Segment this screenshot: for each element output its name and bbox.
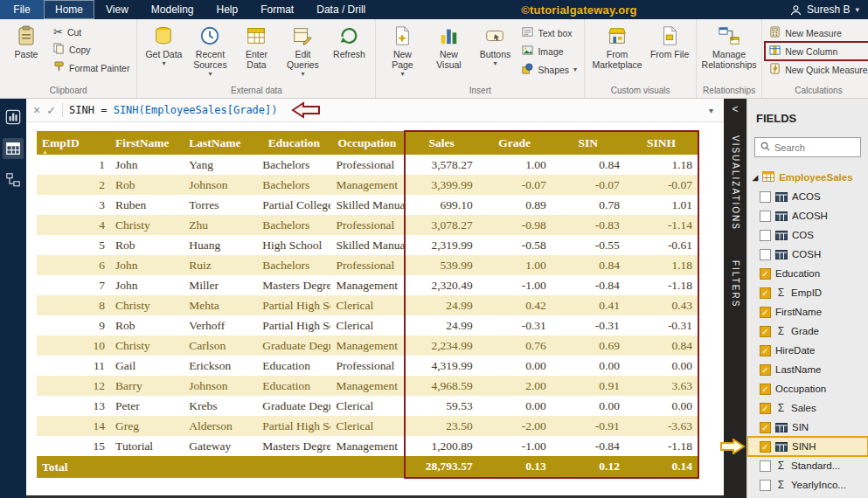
field-item-sales[interactable]: ✓ΣSales (747, 398, 868, 418)
field-item-acosh[interactable]: ACOSH (747, 206, 868, 225)
collapse-table-icon[interactable]: ◢ (753, 174, 758, 182)
field-item-acos[interactable]: ACOS (747, 187, 868, 206)
field-checkbox[interactable]: ✓ (760, 364, 771, 376)
new-quick-measure-button[interactable]: New Quick Measure (767, 62, 868, 77)
column-header-sales[interactable]: Sales (405, 131, 478, 155)
field-checkbox[interactable]: ✓ (760, 384, 771, 395)
expand-formula-bar-icon[interactable]: ▾ (709, 106, 717, 115)
shapes-button[interactable]: Shapes ▾ (519, 62, 580, 77)
field-checkbox[interactable]: ✓ (760, 403, 771, 414)
table-row[interactable]: 10ChristyCarlsonGraduate DegreeManagemen… (37, 335, 698, 356)
refresh-button[interactable]: Refresh (327, 22, 371, 60)
column-header-empid[interactable]: EmpID▲ (37, 131, 110, 155)
new-column-button[interactable]: New Column (767, 44, 868, 59)
field-item-cosh[interactable]: COSH (747, 245, 868, 264)
field-item-sin[interactable]: ✓SIN (747, 418, 868, 437)
field-checkbox[interactable]: ✓ (760, 441, 771, 453)
menu-tab-format[interactable]: Format (249, 0, 305, 19)
field-checkbox[interactable]: ✓ (760, 307, 771, 318)
data-view-button[interactable] (3, 138, 24, 159)
commit-formula-icon[interactable]: ✓ (46, 104, 56, 117)
new-visual-button[interactable]: New Visual (427, 22, 470, 71)
chevron-down-icon[interactable]: ▾ (855, 5, 859, 14)
field-checkbox[interactable]: ✓ (760, 287, 771, 299)
column-header-sinh[interactable]: SINH (625, 131, 698, 155)
fields-search-box[interactable] (754, 137, 861, 157)
field-checkbox[interactable] (760, 191, 771, 203)
column-header-lastname[interactable]: LastName (184, 131, 257, 155)
model-view-button[interactable] (3, 169, 24, 190)
cut-button[interactable]: ✂ Cut (51, 25, 132, 38)
table-row[interactable]: 2RobJohnsonBachelorsManagement3,399.99-0… (37, 175, 698, 195)
dax-formula-input[interactable]: SINH = SINH(EmployeeSales[Grade]) (69, 104, 277, 116)
image-button[interactable]: Image (519, 44, 580, 59)
table-row[interactable]: 15TutorialGatewayMasters DegreeManagemen… (37, 436, 698, 456)
filters-panel-tab[interactable]: FILTERS (731, 260, 740, 308)
table-row[interactable]: 14GregAldersonPartial High SchoolClerica… (37, 416, 698, 436)
table-row[interactable]: 8ChristyMehtaPartial High SchoolClerical… (37, 295, 698, 315)
menu-tab-help[interactable]: Help (205, 0, 250, 19)
column-header-firstname[interactable]: FirstName (110, 131, 184, 155)
table-row[interactable]: 11GailEricksonEducationProfessional4,319… (37, 356, 698, 376)
field-item-standard[interactable]: ΣStandard... (747, 456, 868, 475)
menu-tab-modeling[interactable]: Modeling (140, 0, 205, 19)
report-view-button[interactable] (3, 107, 24, 128)
field-item-grade[interactable]: ✓ΣGrade (747, 322, 868, 341)
menu-tab-home[interactable]: Home (44, 0, 94, 19)
table-row[interactable]: 9RobVerhoffPartial High SchoolClerical24… (37, 315, 698, 335)
field-checkbox[interactable]: ✓ (760, 268, 771, 280)
text-box-button[interactable]: Text box (519, 25, 580, 40)
table-node-employeesales[interactable]: ◢ EmployeeSales (747, 168, 868, 187)
field-checkbox[interactable] (760, 460, 771, 472)
column-header-occupation[interactable]: Occupation (330, 131, 404, 155)
edit-queries-button[interactable]: Edit Queries ▾ (281, 22, 324, 78)
from-file-button[interactable]: From File (648, 22, 691, 60)
field-item-yearlyinco[interactable]: ΣYearlyInco... (747, 475, 868, 495)
field-item-hiredate[interactable]: ✓HireDate (747, 341, 868, 360)
field-item-firstname[interactable]: ✓FirstName (747, 302, 868, 322)
new-measure-button[interactable]: New Measure (767, 25, 868, 40)
menu-tab-data-drill[interactable]: Data / Drill (305, 0, 377, 19)
field-checkbox[interactable]: ✓ (760, 326, 771, 337)
table-row[interactable]: 5RobHuangHigh SchoolSkilled Manual2,319.… (37, 235, 698, 255)
copy-button[interactable]: Copy (51, 42, 132, 57)
field-checkbox[interactable] (760, 480, 771, 491)
search-input[interactable] (774, 142, 855, 153)
field-checkbox[interactable] (760, 230, 771, 241)
column-header-education[interactable]: Education (257, 131, 330, 155)
file-menu-button[interactable]: File (0, 0, 44, 19)
paste-button[interactable]: Paste (4, 22, 48, 60)
column-header-grade[interactable]: Grade (478, 131, 552, 155)
field-item-occupation[interactable]: ✓Occupation (747, 379, 868, 398)
menu-tab-view[interactable]: View (94, 0, 140, 19)
buttons-button[interactable]: Buttons ▾ (473, 22, 517, 67)
from-marketplace-button[interactable]: From Marketplace (589, 22, 645, 71)
cancel-formula-icon[interactable]: × (33, 103, 40, 117)
table-row[interactable]: 3RubenTorresPartial CollegeSkilled Manua… (37, 195, 698, 215)
table-row[interactable]: 6JohnRuizBachelorsProfessional539.991.00… (37, 255, 698, 275)
user-account[interactable]: Suresh B ▾ (790, 3, 868, 16)
format-painter-button[interactable]: Format Painter (51, 60, 132, 75)
field-item-lastname[interactable]: ✓LastName (747, 360, 868, 379)
visualizations-panel-tab[interactable]: VISUALIZATIONS (731, 135, 740, 231)
field-item-empid[interactable]: ✓ΣEmpID (747, 283, 868, 302)
field-checkbox[interactable]: ✓ (760, 345, 771, 356)
table-row[interactable]: 7JohnMillerMasters DegreeManagement2,320… (37, 275, 698, 295)
column-header-sin[interactable]: SIN (552, 131, 625, 155)
table-row[interactable]: 12BarryJohnsonEducationManagement4,968.5… (37, 376, 698, 396)
field-item-sinh[interactable]: ✓SINH (747, 437, 868, 456)
field-item-education[interactable]: ✓Education (747, 264, 868, 283)
collapse-fields-icon[interactable]: < (724, 99, 746, 120)
field-checkbox[interactable] (760, 249, 771, 260)
enter-data-button[interactable]: Enter Data (234, 22, 278, 71)
recent-sources-button[interactable]: Recent Sources ▾ (188, 22, 232, 78)
field-checkbox[interactable] (760, 211, 771, 222)
get-data-button[interactable]: Get Data ▾ (142, 22, 185, 67)
table-row[interactable]: 4ChristyZhuBachelorsProfessional3,078.27… (37, 215, 698, 235)
manage-relationships-button[interactable]: Manage Relationships (701, 22, 757, 71)
table-row[interactable]: 13PeterKrebsGraduate DegreeClerical59.53… (37, 396, 698, 416)
field-item-cos[interactable]: COS (747, 225, 868, 245)
field-checkbox[interactable]: ✓ (760, 422, 771, 433)
table-row[interactable]: 1JohnYangBachelorsProfessional3,578.271.… (37, 155, 698, 175)
new-page-button[interactable]: New Page ▾ (380, 22, 424, 78)
